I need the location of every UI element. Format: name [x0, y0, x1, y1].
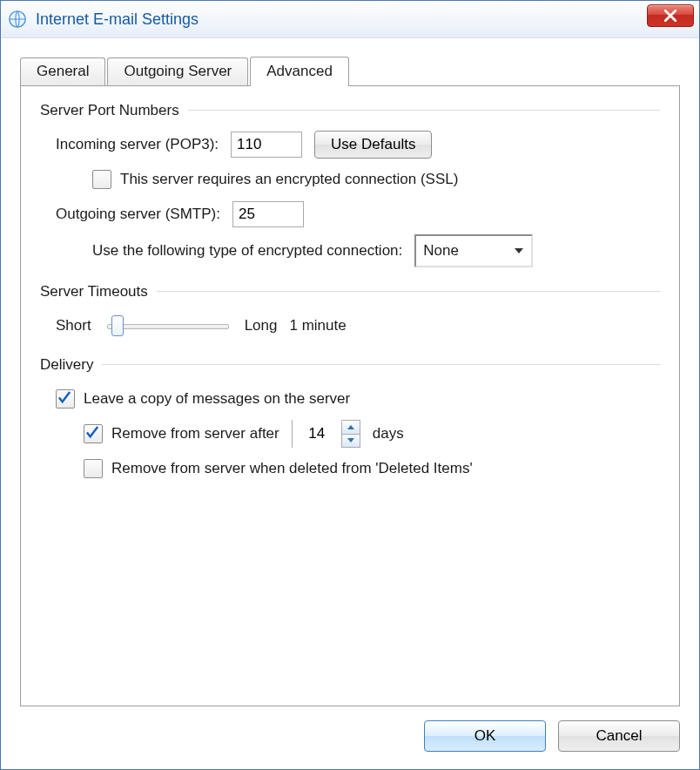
- group-delivery: Delivery Leave a copy of messages on the…: [40, 356, 660, 483]
- encryption-type-select[interactable]: None: [414, 234, 533, 267]
- app-globe-icon: [8, 10, 27, 29]
- tab-advanced[interactable]: Advanced: [250, 57, 349, 86]
- timeout-long-label: Long: [245, 317, 278, 334]
- remove-when-deleted-label: Remove from server when deleted from 'De…: [111, 460, 473, 477]
- encryption-type-value: None: [423, 242, 510, 260]
- slider-thumb[interactable]: [111, 315, 124, 336]
- remove-after-checkbox[interactable]: [84, 424, 103, 443]
- days-label: days: [373, 425, 404, 442]
- leave-copy-checkbox[interactable]: [56, 389, 75, 409]
- chevron-down-icon: [510, 242, 528, 260]
- tab-row: General Outgoing Server Advanced: [20, 56, 680, 85]
- timeout-slider[interactable]: [107, 318, 229, 334]
- ok-button[interactable]: OK: [424, 720, 546, 752]
- client-area: General Outgoing Server Advanced Server …: [1, 38, 699, 706]
- encryption-type-label: Use the following type of encrypted conn…: [92, 242, 402, 260]
- dialog-window: Internet E-mail Settings General Outgoin…: [0, 0, 700, 770]
- outgoing-server-port-input[interactable]: [232, 201, 304, 227]
- chevron-down-icon: [347, 438, 354, 442]
- use-defaults-button[interactable]: Use Defaults: [314, 131, 432, 159]
- group-title: Server Timeouts: [40, 283, 157, 301]
- tab-page-advanced: Server Port Numbers Incoming server (POP…: [20, 85, 680, 706]
- ssl-required-checkbox[interactable]: [92, 170, 111, 189]
- group-server-port-numbers: Server Port Numbers Incoming server (POP…: [40, 102, 660, 267]
- remove-after-days-spinner[interactable]: [292, 420, 360, 448]
- leave-copy-label: Leave a copy of messages on the server: [84, 390, 350, 408]
- tab-outgoing-server[interactable]: Outgoing Server: [107, 57, 248, 85]
- chevron-up-icon: [347, 425, 354, 429]
- title-bar: Internet E-mail Settings: [1, 1, 699, 38]
- remove-when-deleted-checkbox[interactable]: [84, 459, 103, 478]
- group-title: Delivery: [40, 356, 102, 374]
- remove-after-label: Remove from server after: [111, 425, 279, 442]
- window-title: Internet E-mail Settings: [36, 10, 692, 29]
- remove-after-days-input[interactable]: [293, 420, 341, 448]
- close-button[interactable]: [647, 4, 694, 27]
- close-icon: [664, 10, 676, 22]
- timeout-short-label: Short: [56, 317, 91, 334]
- incoming-server-port-input[interactable]: [231, 132, 302, 158]
- outgoing-server-label: Outgoing server (SMTP):: [56, 206, 220, 223]
- ssl-required-label: This server requires an encrypted connec…: [120, 171, 458, 188]
- group-title: Server Port Numbers: [40, 102, 188, 119]
- spin-up-button[interactable]: [342, 422, 360, 435]
- spin-down-button[interactable]: [342, 435, 360, 447]
- slider-track: [107, 324, 229, 329]
- tab-general[interactable]: General: [20, 57, 105, 85]
- group-server-timeouts: Server Timeouts Short Long 1 minute: [40, 283, 660, 341]
- cancel-button[interactable]: Cancel: [558, 720, 680, 752]
- dialog-button-bar: OK Cancel: [1, 706, 699, 769]
- timeout-value-label: 1 minute: [289, 317, 346, 334]
- incoming-server-label: Incoming server (POP3):: [56, 136, 219, 153]
